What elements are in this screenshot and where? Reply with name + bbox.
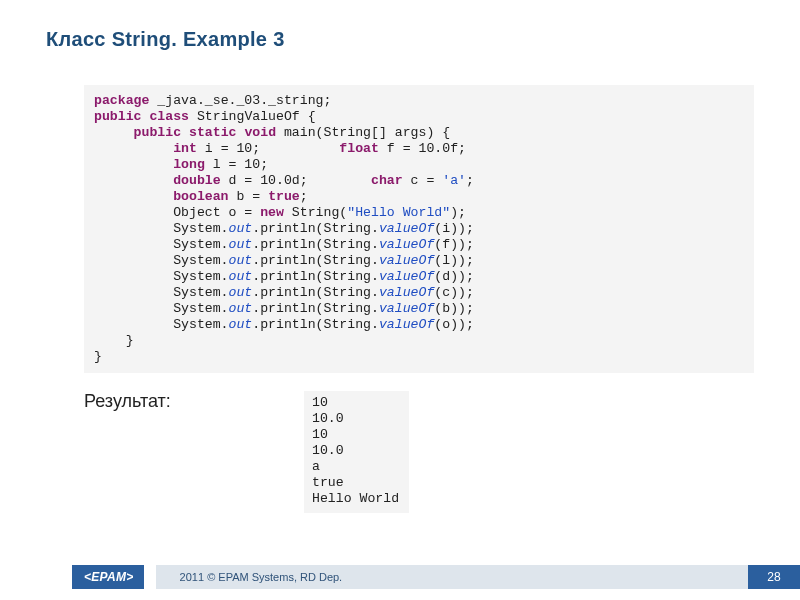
code-text: .println(String. (252, 317, 379, 332)
footer-copyright: 2011 © EPAM Systems, RD Dep. (156, 565, 748, 589)
slide-title: Класс String. Example 3 (0, 0, 800, 51)
keyword: float (339, 141, 379, 156)
method-ref: valueOf (379, 221, 434, 236)
keyword: boolean (173, 189, 228, 204)
field-ref: out (229, 221, 253, 236)
string-literal: "Hello World" (347, 205, 450, 220)
footer-bar: <EPAM> 2011 © EPAM Systems, RD Dep. 28 (0, 565, 800, 589)
code-text: } (94, 333, 134, 348)
method-ref: valueOf (379, 237, 434, 252)
output-line: 10.0 (312, 411, 344, 426)
code-text: c = (403, 173, 443, 188)
keyword: package (94, 93, 149, 108)
keyword: public (134, 125, 181, 140)
keyword: double (173, 173, 220, 188)
code-text: .println(String. (252, 285, 379, 300)
method-ref: valueOf (379, 317, 434, 332)
code-text: f = 10.0f; (379, 141, 466, 156)
code-text: i = 10; (197, 141, 339, 156)
code-text: _java._se._03._string; (149, 93, 331, 108)
code-text: (f)); (434, 237, 474, 252)
field-ref: out (229, 253, 253, 268)
keyword: int (173, 141, 197, 156)
field-ref: out (229, 285, 253, 300)
code-text: l = 10; (205, 157, 268, 172)
field-ref: out (229, 237, 253, 252)
code-text: System. (173, 317, 228, 332)
output-line: 10.0 (312, 443, 344, 458)
code-text: System. (173, 237, 228, 252)
code-text: ); (450, 205, 466, 220)
method-ref: valueOf (379, 269, 434, 284)
code-block: package _java._se._03._string; public cl… (84, 85, 754, 373)
result-row: Результат: 10 10.0 10 10.0 a true Hello … (0, 391, 800, 513)
code-text: StringValueOf { (189, 109, 316, 124)
code-text: System. (173, 269, 228, 284)
output-line: true (312, 475, 344, 490)
code-text: (i)); (434, 221, 474, 236)
code-text: .println(String. (252, 221, 379, 236)
keyword: true (268, 189, 300, 204)
keyword: class (149, 109, 189, 124)
output-block: 10 10.0 10 10.0 a true Hello World (304, 391, 409, 513)
logo-badge: <EPAM> (72, 565, 144, 589)
code-text: ; (466, 173, 474, 188)
output-line: 10 (312, 427, 328, 442)
keyword: static (189, 125, 236, 140)
code-text: (c)); (434, 285, 474, 300)
field-ref: out (229, 301, 253, 316)
output-line: Hello World (312, 491, 399, 506)
method-ref: valueOf (379, 253, 434, 268)
result-label: Результат: (84, 391, 274, 513)
output-line: a (312, 459, 320, 474)
code-text: System. (173, 301, 228, 316)
code-text: main(String[] args) { (276, 125, 450, 140)
code-text: System. (173, 285, 228, 300)
code-text: .println(String. (252, 269, 379, 284)
keyword: new (260, 205, 284, 220)
char-literal: 'a' (442, 173, 466, 188)
code-text: } (94, 349, 102, 364)
keyword: void (244, 125, 276, 140)
slide: Класс String. Example 3 package _java._s… (0, 0, 800, 600)
field-ref: out (229, 269, 253, 284)
code-text: (d)); (434, 269, 474, 284)
method-ref: valueOf (379, 301, 434, 316)
field-ref: out (229, 317, 253, 332)
code-text: .println(String. (252, 253, 379, 268)
code-text: .println(String. (252, 237, 379, 252)
output-line: 10 (312, 395, 328, 410)
code-text: System. (173, 221, 228, 236)
page-number: 28 (748, 565, 800, 589)
keyword: public (94, 109, 141, 124)
code-text: .println(String. (252, 301, 379, 316)
code-text: (o)); (434, 317, 474, 332)
code-text: System. (173, 253, 228, 268)
code-text: d = 10.0d; (221, 173, 371, 188)
code-text: (b)); (434, 301, 474, 316)
footer-gap (144, 565, 156, 589)
method-ref: valueOf (379, 285, 434, 300)
code-text: (l)); (434, 253, 474, 268)
code-text: ; (300, 189, 308, 204)
code-text: Object o = (173, 205, 260, 220)
code-text: String( (284, 205, 347, 220)
code-text: b = (229, 189, 269, 204)
keyword: char (371, 173, 403, 188)
keyword: long (173, 157, 205, 172)
